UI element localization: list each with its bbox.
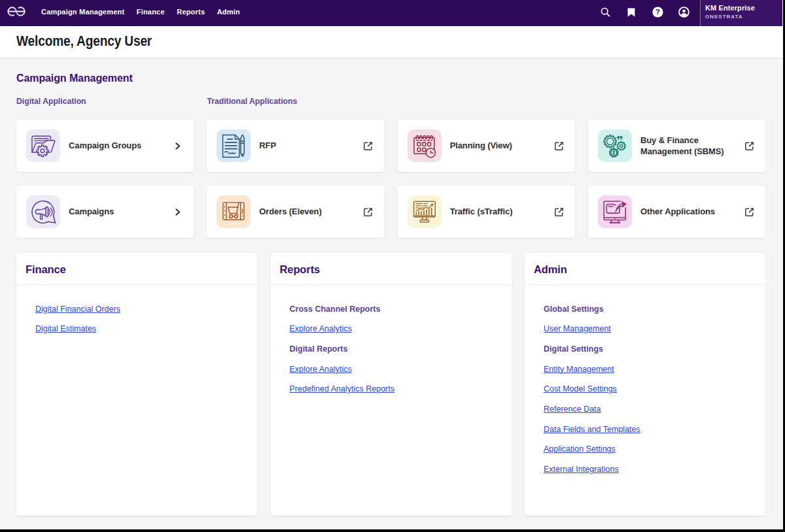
quick-link-panels: Finance Digital Financial OrdersDigital … bbox=[16, 253, 765, 516]
page-title: Welcome, Agency User bbox=[16, 33, 152, 50]
section-title: Campaign Management bbox=[16, 73, 765, 84]
link-reference-data[interactable]: Reference Data bbox=[544, 405, 601, 414]
column-group-headers: Digital Application Traditional Applicat… bbox=[16, 97, 765, 106]
app-card-buy-finance-management-sbms[interactable]: Buy & Finance Management (SBMS) bbox=[588, 120, 765, 172]
panel-body: Digital Financial OrdersDigital Estimate… bbox=[16, 285, 257, 333]
panel-body: Cross Channel ReportsExplore AnalyticsDi… bbox=[271, 285, 512, 393]
app-card-label: RFP bbox=[259, 140, 276, 152]
app-card-other-applications[interactable]: Other Applications bbox=[588, 186, 765, 238]
bookmark-icon[interactable] bbox=[618, 0, 644, 26]
app-card-label: Planning (View) bbox=[450, 140, 512, 152]
app-window: Campaign ManagementFinanceReportsAdmin ?… bbox=[0, 0, 783, 529]
external-link-icon bbox=[363, 141, 373, 151]
monitor-chart-icon bbox=[408, 195, 442, 228]
panel-finance: Finance Digital Financial OrdersDigital … bbox=[16, 253, 257, 516]
panel-title: Admin bbox=[534, 263, 567, 276]
link-explore-analytics[interactable]: Explore Analytics bbox=[290, 324, 352, 333]
panel-subheading: Cross Channel Reports bbox=[290, 305, 498, 314]
app-card-traffic-straffic[interactable]: Traffic (sTraffic) bbox=[398, 186, 575, 238]
panel-link: Reference Data bbox=[544, 405, 752, 414]
external-link-icon bbox=[554, 207, 564, 217]
panel-link: Cost Model Settings bbox=[544, 384, 752, 393]
monitor-share-icon bbox=[598, 195, 632, 228]
profile-icon[interactable] bbox=[671, 0, 697, 26]
panel-link: Entity Management bbox=[544, 365, 752, 374]
panel-title: Finance bbox=[26, 263, 66, 276]
panel-subheading: Digital Reports bbox=[290, 344, 498, 354]
app-card-campaigns[interactable]: Campaigns bbox=[16, 186, 194, 238]
gears-dollar-icon bbox=[598, 129, 632, 162]
panel-title: Reports bbox=[280, 263, 321, 276]
panel-reports: Reports Cross Channel ReportsExplore Ana… bbox=[271, 253, 512, 516]
folder-gear-icon bbox=[26, 129, 60, 162]
link-entity-management[interactable]: Entity Management bbox=[544, 365, 614, 374]
app-card-rfp[interactable]: RFP bbox=[207, 120, 384, 172]
column-head-traditional: Traditional Applications bbox=[207, 97, 766, 106]
top-nav: Campaign ManagementFinanceReportsAdmin ?… bbox=[0, 0, 782, 26]
panel-link: External Integrations bbox=[544, 465, 752, 474]
mediaocean-logo-icon[interactable] bbox=[7, 6, 26, 17]
link-data-fields-and-templates[interactable]: Data Fields and Templates bbox=[544, 425, 640, 434]
external-link-icon bbox=[554, 141, 564, 151]
nav-menu: Campaign ManagementFinanceReportsAdmin bbox=[41, 8, 240, 16]
tenant-name: KM Enterprise bbox=[705, 4, 782, 12]
app-card-label: Other Applications bbox=[640, 206, 715, 218]
megaphone-bubble-icon bbox=[26, 195, 60, 228]
panel-subheading: Digital Settings bbox=[544, 344, 752, 354]
welcome-bar: Welcome, Agency User bbox=[0, 26, 782, 58]
panel-link: Application Settings bbox=[544, 444, 752, 454]
document-pen-icon bbox=[217, 129, 251, 162]
external-link-icon bbox=[744, 141, 754, 151]
panel-header: Reports bbox=[271, 253, 512, 285]
link-explore-analytics[interactable]: Explore Analytics bbox=[290, 365, 352, 374]
tenant-product: ONESTRATA bbox=[705, 14, 782, 20]
external-link-icon bbox=[744, 207, 754, 217]
nav-icon-buttons: ? bbox=[592, 0, 697, 26]
app-card-label: Traffic (sTraffic) bbox=[450, 206, 513, 218]
nav-item-finance[interactable]: Finance bbox=[137, 8, 165, 16]
chevron-right-icon bbox=[175, 208, 183, 216]
app-card-grid: Campaign Groups RFP bbox=[16, 120, 765, 238]
link-digital-estimates[interactable]: Digital Estimates bbox=[35, 324, 96, 333]
nav-item-campaign-management[interactable]: Campaign Management bbox=[41, 8, 124, 16]
chevron-right-icon bbox=[175, 142, 183, 150]
link-application-settings[interactable]: Application Settings bbox=[544, 444, 616, 454]
panel-link: User Management bbox=[544, 324, 752, 333]
svg-text:?: ? bbox=[655, 8, 660, 16]
help-icon[interactable]: ? bbox=[644, 0, 671, 26]
panel-admin: Admin Global SettingsUser ManagementDigi… bbox=[525, 253, 765, 516]
panel-body: Global SettingsUser ManagementDigital Se… bbox=[525, 285, 765, 474]
calendar-clock-icon bbox=[408, 129, 442, 162]
app-card-label: Orders (Eleven) bbox=[259, 206, 321, 218]
panel-link: Data Fields and Templates bbox=[544, 425, 752, 434]
link-user-management[interactable]: User Management bbox=[544, 324, 611, 333]
nav-actions: ? KM Enterprise ONESTRATA bbox=[592, 0, 782, 26]
cart-frame-icon bbox=[217, 195, 251, 228]
link-predefined-analytics-reports[interactable]: Predefined Analytics Reports bbox=[290, 384, 395, 393]
panel-link: Digital Financial Orders bbox=[35, 305, 244, 314]
external-link-icon bbox=[363, 207, 373, 217]
panel-header: Finance bbox=[16, 253, 257, 285]
column-head-digital: Digital Application bbox=[16, 97, 194, 106]
search-icon[interactable] bbox=[592, 0, 618, 26]
panel-header: Admin bbox=[525, 253, 765, 285]
nav-item-admin[interactable]: Admin bbox=[217, 8, 240, 16]
app-card-orders-eleven[interactable]: Orders (Eleven) bbox=[207, 186, 384, 238]
panel-link: Digital Estimates bbox=[35, 324, 244, 333]
link-external-integrations[interactable]: External Integrations bbox=[544, 465, 619, 474]
app-card-label: Buy & Finance Management (SBMS) bbox=[640, 135, 744, 158]
panel-link: Predefined Analytics Reports bbox=[290, 384, 498, 393]
main-content: Campaign Management Digital Application … bbox=[0, 73, 782, 516]
app-card-planning-view[interactable]: Planning (View) bbox=[398, 120, 575, 172]
tenant-switcher[interactable]: KM Enterprise ONESTRATA bbox=[700, 0, 782, 26]
panel-subheading: Global Settings bbox=[544, 305, 752, 314]
panel-link: Explore Analytics bbox=[290, 365, 498, 374]
app-card-campaign-groups[interactable]: Campaign Groups bbox=[16, 120, 194, 172]
nav-item-reports[interactable]: Reports bbox=[177, 8, 205, 16]
app-card-label: Campaigns bbox=[69, 206, 114, 218]
app-card-label: Campaign Groups bbox=[69, 140, 141, 152]
link-cost-model-settings[interactable]: Cost Model Settings bbox=[544, 384, 617, 393]
link-digital-financial-orders[interactable]: Digital Financial Orders bbox=[35, 305, 120, 314]
panel-link: Explore Analytics bbox=[290, 324, 498, 333]
